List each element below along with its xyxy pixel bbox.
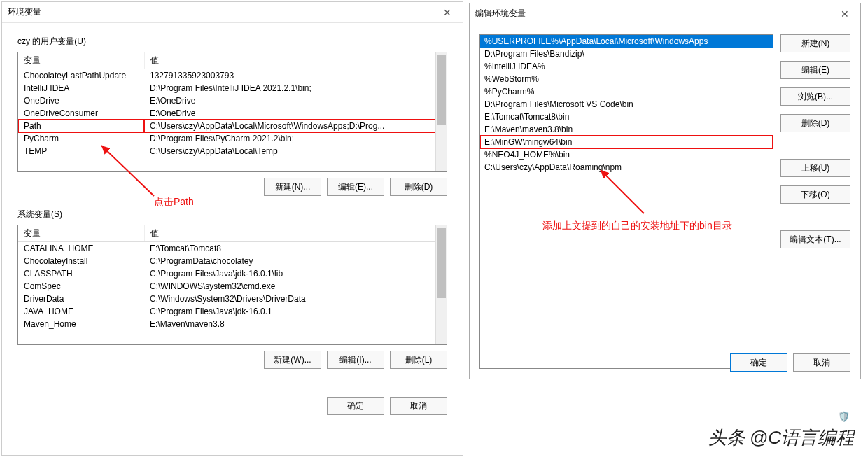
table-row[interactable]: ComSpecC:\WINDOWS\system32\cmd.exe: [18, 280, 447, 293]
scrollbar[interactable]: [435, 52, 447, 171]
var-value: C:\Windows\System32\Drivers\DriverData: [144, 293, 447, 305]
titlebar: 编辑环境变量 ✕: [470, 3, 860, 24]
edit-user-button[interactable]: 编辑(E)...: [327, 178, 384, 196]
edit-text-button[interactable]: 编辑文本(T)...: [780, 230, 850, 248]
var-value: 132791335923003793: [144, 69, 447, 83]
var-name: IntelliJ IDEA: [18, 82, 144, 94]
close-icon[interactable]: ✕: [438, 7, 457, 18]
cancel-button[interactable]: 取消: [793, 353, 850, 372]
delete-user-button[interactable]: 删除(D): [390, 178, 447, 196]
cancel-button[interactable]: 取消: [390, 397, 447, 415]
edit-env-var-dialog: 编辑环境变量 ✕ %USERPROFILE%\AppData\Local\Mic…: [469, 3, 861, 379]
watermark: 头条 @C语言编程: [708, 426, 854, 450]
table-row[interactable]: DriverDataC:\Windows\System32\Drivers\Dr…: [18, 293, 447, 305]
col-value[interactable]: 值: [144, 52, 447, 69]
shield-icon: 🛡️: [838, 411, 850, 422]
edit-button[interactable]: 编辑(E): [780, 61, 850, 79]
dialog-title: 编辑环境变量: [475, 8, 526, 20]
table-row[interactable]: JAVA_HOMEC:\Program Files\Java\jdk-16.0.…: [18, 305, 447, 318]
table-row[interactable]: ChocolateyInstallC:\ProgramData\chocolat…: [18, 255, 447, 267]
list-item[interactable]: %PyCharm%: [480, 85, 773, 98]
var-name: ChocolateyLastPathUpdate: [18, 69, 144, 83]
var-value: C:\Program Files\Java\jdk-16.0.1: [144, 305, 447, 318]
path-listbox[interactable]: %USERPROFILE%\AppData\Local\Microsoft\Wi…: [479, 34, 774, 369]
list-item[interactable]: %WebStorm%: [480, 73, 773, 85]
var-value: C:\WINDOWS\system32\cmd.exe: [144, 280, 447, 293]
user-vars-label: czy 的用户变量(U): [18, 36, 463, 48]
col-variable[interactable]: 变量: [18, 52, 144, 69]
move-down-button[interactable]: 下移(O): [780, 185, 850, 204]
new-button[interactable]: 新建(N): [780, 34, 850, 52]
ok-button[interactable]: 确定: [327, 397, 384, 415]
table-row[interactable]: OneDriveE:\OneDrive: [18, 94, 447, 107]
var-name: ChocolateyInstall: [18, 255, 144, 267]
col-variable[interactable]: 变量: [18, 225, 144, 242]
var-value: D:\Program Files\PyCharm 2021.2\bin;: [144, 132, 447, 145]
var-name: JAVA_HOME: [18, 305, 144, 318]
var-value: C:\Program Files\Java\jdk-16.0.1\lib: [144, 267, 447, 280]
new-user-button[interactable]: 新建(N)...: [264, 178, 321, 196]
table-row[interactable]: CATALINA_HOMEE:\Tomcat\Tomcat8: [18, 242, 447, 255]
dialog-title: 环境变量: [8, 6, 41, 18]
new-sys-button[interactable]: 新建(W)...: [264, 351, 321, 369]
ok-button[interactable]: 确定: [730, 353, 788, 372]
move-up-button[interactable]: 上移(U): [780, 159, 850, 177]
titlebar: 环境变量 ✕: [2, 2, 463, 23]
var-value: C:\ProgramData\chocolatey: [144, 255, 447, 267]
sys-vars-label: 系统变量(S): [18, 209, 463, 220]
var-name: Maven_Home: [18, 318, 144, 330]
list-item[interactable]: D:\Program Files\Bandizip\: [480, 48, 773, 60]
col-value[interactable]: 值: [144, 225, 447, 242]
table-row[interactable]: CLASSPATHC:\Program Files\Java\jdk-16.0.…: [18, 267, 447, 280]
var-name: OneDrive: [18, 94, 144, 107]
list-item[interactable]: E:\Tomcat\Tomcat8\bin: [480, 111, 773, 123]
table-row[interactable]: PathC:\Users\czy\AppData\Local\Microsoft…: [18, 120, 447, 132]
var-value: E:\OneDrive: [144, 94, 447, 107]
list-item[interactable]: C:\Users\czy\AppData\Roaming\npm: [480, 161, 773, 174]
close-icon[interactable]: ✕: [835, 8, 855, 20]
var-value: C:\Users\czy\AppData\Local\Temp: [144, 145, 447, 157]
var-name: PyCharm: [18, 132, 144, 145]
list-item[interactable]: %IntelliJ IDEA%: [480, 60, 773, 73]
table-row[interactable]: IntelliJ IDEAD:\Program Files\IntelliJ I…: [18, 82, 447, 94]
table-row[interactable]: TEMPC:\Users\czy\AppData\Local\Temp: [18, 145, 447, 157]
var-name: Path: [18, 120, 144, 132]
var-name: ComSpec: [18, 280, 144, 293]
var-name: DriverData: [18, 293, 144, 305]
list-item[interactable]: E:\MinGW\mingw64\bin: [480, 136, 773, 148]
sys-vars-table[interactable]: 变量 值 CATALINA_HOMEE:\Tomcat\Tomcat8Choco…: [18, 225, 447, 345]
var-value: E:\Maven\maven3.8: [144, 318, 447, 330]
var-value: D:\Program Files\IntelliJ IDEA 2021.2.1\…: [144, 82, 447, 94]
var-name: CLASSPATH: [18, 267, 144, 280]
env-vars-dialog: 环境变量 ✕ czy 的用户变量(U) 变量 值 ChocolateyLastP…: [1, 1, 463, 456]
table-row[interactable]: PyCharmD:\Program Files\PyCharm 2021.2\b…: [18, 132, 447, 145]
var-name: OneDriveConsumer: [18, 107, 144, 120]
var-value: C:\Users\czy\AppData\Local\Microsoft\Win…: [144, 120, 447, 132]
table-row[interactable]: Maven_HomeE:\Maven\maven3.8: [18, 318, 447, 330]
delete-sys-button[interactable]: 删除(L): [390, 351, 447, 369]
var-value: E:\Tomcat\Tomcat8: [144, 242, 447, 255]
table-row[interactable]: OneDriveConsumerE:\OneDrive: [18, 107, 447, 120]
list-item[interactable]: D:\Program Files\Microsoft VS Code\bin: [480, 98, 773, 111]
var-name: TEMP: [18, 145, 144, 157]
scrollbar[interactable]: [435, 225, 447, 344]
list-item[interactable]: %USERPROFILE%\AppData\Local\Microsoft\Wi…: [480, 35, 773, 48]
var-value: E:\OneDrive: [144, 107, 447, 120]
edit-sys-button[interactable]: 编辑(I)...: [327, 351, 384, 369]
list-item[interactable]: E:\Maven\maven3.8\bin: [480, 123, 773, 136]
list-item[interactable]: %NEO4J_HOME%\bin: [480, 148, 773, 161]
var-name: CATALINA_HOME: [18, 242, 144, 255]
user-vars-table[interactable]: 变量 值 ChocolateyLastPathUpdate13279133592…: [18, 52, 447, 172]
delete-button[interactable]: 删除(D): [780, 114, 850, 132]
table-row[interactable]: ChocolateyLastPathUpdate1327913359230037…: [18, 69, 447, 83]
browse-button[interactable]: 浏览(B)...: [780, 87, 850, 106]
